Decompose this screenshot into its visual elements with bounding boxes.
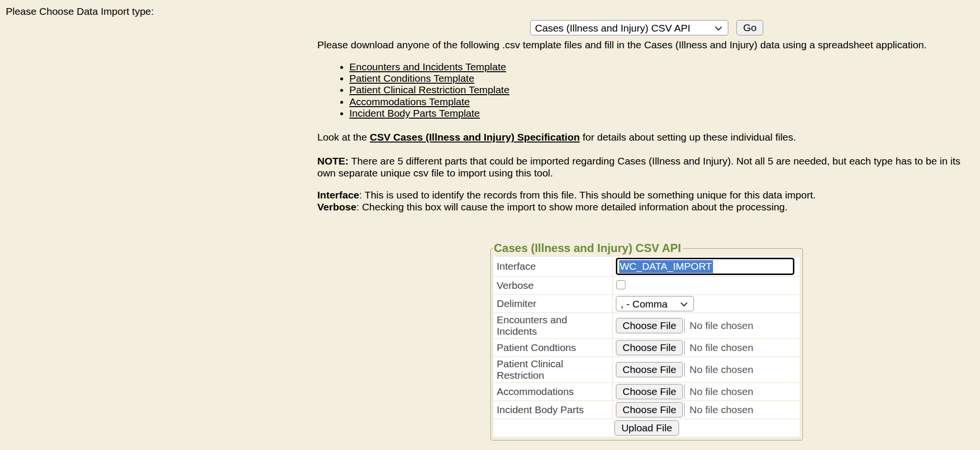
accommodations-choose-file-button[interactable]: Choose File bbox=[616, 384, 683, 399]
incident-body-parts-file-input: Choose File No file chosen bbox=[616, 402, 797, 417]
divider bbox=[684, 403, 685, 417]
clinical-restriction-file-cell: Choose File No file chosen bbox=[613, 357, 800, 382]
table-row-verbose: Verbose bbox=[494, 277, 800, 294]
note-line: NOTE: There are 5 different parts that c… bbox=[317, 155, 976, 179]
delimiter-label: Delimiter bbox=[494, 295, 612, 312]
table-row-encounters-file: Encounters and Incidents Choose File No … bbox=[494, 313, 800, 338]
encounters-file-input: Choose File No file chosen bbox=[616, 318, 797, 333]
delimiter-select-wrap: , - Comma bbox=[616, 296, 694, 311]
spec-text-after: for details about setting up these indiv… bbox=[580, 132, 796, 143]
verbose-hint-text: : Checking this box will cause the impor… bbox=[356, 201, 788, 212]
accommodations-template-link[interactable]: Accommodations Template bbox=[349, 96, 470, 107]
template-link-list: Encounters and Incidents Template Patien… bbox=[317, 61, 976, 119]
incident-body-parts-template-link[interactable]: Incident Body Parts Template bbox=[349, 108, 480, 119]
divider bbox=[684, 384, 685, 399]
table-row-incident-body-parts-file: Incident Body Parts Choose File No file … bbox=[494, 401, 800, 418]
patient-conditions-file-label: Patient Condtions bbox=[494, 339, 612, 356]
go-button[interactable]: Go bbox=[736, 20, 763, 35]
page-title: Please Choose Data Import type: bbox=[6, 6, 980, 17]
patient-conditions-file-input: Choose File No file chosen bbox=[616, 340, 797, 355]
field-hints: Interface: This is used to identify the … bbox=[317, 189, 976, 213]
spec-text-before: Look at the bbox=[317, 132, 370, 143]
interface-cell: WC_DATA_IMPORT bbox=[613, 257, 800, 276]
clinical-restriction-file-label: Patient Clinical Restriction bbox=[494, 357, 612, 382]
verbose-cell bbox=[613, 277, 800, 294]
list-item: Incident Body Parts Template bbox=[349, 108, 976, 119]
encounters-choose-file-button[interactable]: Choose File bbox=[616, 318, 683, 333]
table-row-patient-conditions-file: Patient Condtions Choose File No file ch… bbox=[494, 339, 800, 356]
table-row-accommodations-file: Accommodations Choose File No file chose… bbox=[494, 383, 800, 400]
accommodations-file-input: Choose File No file chosen bbox=[616, 384, 797, 399]
patient-conditions-template-link[interactable]: Patient Conditions Template bbox=[349, 73, 474, 84]
list-item: Patient Clinical Restriction Template bbox=[349, 84, 976, 96]
patient-clinical-restriction-template-link[interactable]: Patient Clinical Restriction Template bbox=[349, 84, 510, 95]
fieldset-legend: Cases (Illness and Injury) CSV API bbox=[493, 241, 683, 255]
main-content: Cases (Illness and Injury) CSV API Go Pl… bbox=[317, 20, 980, 440]
divider bbox=[684, 362, 685, 377]
interface-hint-text: : This is used to identify the records f… bbox=[359, 189, 816, 200]
verbose-label: Verbose bbox=[494, 277, 612, 294]
table-row-clinical-restriction-file: Patient Clinical Restriction Choose File… bbox=[494, 357, 800, 382]
list-item: Accommodations Template bbox=[349, 96, 976, 108]
list-item: Encounters and Incidents Template bbox=[349, 61, 976, 73]
accommodations-file-label: Accommodations bbox=[494, 383, 612, 400]
note-label: NOTE: bbox=[317, 155, 348, 166]
clinical-restriction-choose-file-button[interactable]: Choose File bbox=[616, 362, 683, 377]
incident-body-parts-file-cell: Choose File No file chosen bbox=[613, 401, 800, 418]
accommodations-file-status: No file chosen bbox=[690, 386, 753, 397]
upload-form: Cases (Illness and Injury) CSV API Inter… bbox=[317, 241, 976, 440]
csv-api-fieldset: Cases (Illness and Injury) CSV API Inter… bbox=[490, 241, 803, 440]
patient-conditions-file-cell: Choose File No file chosen bbox=[613, 339, 800, 356]
table-row-upload: Upload File bbox=[494, 419, 800, 437]
divider bbox=[684, 340, 685, 355]
csv-spec-link[interactable]: CSV Cases (Illness and Injury) Specifica… bbox=[370, 132, 580, 143]
spec-line: Look at the CSV Cases (Illness and Injur… bbox=[317, 132, 976, 143]
interface-hint-label: Interface bbox=[317, 189, 359, 200]
encounters-file-status: No file chosen bbox=[690, 320, 753, 331]
clinical-restriction-file-input: Choose File No file chosen bbox=[616, 362, 797, 377]
divider bbox=[684, 318, 685, 333]
incident-body-parts-file-label: Incident Body Parts bbox=[494, 401, 612, 418]
upload-cell: Upload File bbox=[494, 419, 800, 437]
encounters-file-cell: Choose File No file chosen bbox=[613, 313, 800, 338]
intro-text: Please download anyone of the following … bbox=[317, 39, 976, 51]
encounters-incidents-template-link[interactable]: Encounters and Incidents Template bbox=[349, 61, 506, 72]
interface-input[interactable]: WC_DATA_IMPORT bbox=[616, 258, 794, 275]
patient-conditions-file-status: No file chosen bbox=[690, 342, 753, 353]
table-row-interface: Interface WC_DATA_IMPORT bbox=[494, 257, 800, 276]
note-text: There are 5 different parts that could b… bbox=[317, 155, 960, 178]
list-item: Patient Conditions Template bbox=[349, 73, 976, 84]
incident-body-parts-file-status: No file chosen bbox=[690, 404, 753, 416]
delimiter-select[interactable]: , - Comma bbox=[616, 296, 694, 311]
interface-label: Interface bbox=[494, 257, 612, 276]
import-type-row: Cases (Illness and Injury) CSV API Go bbox=[317, 20, 976, 35]
interface-input-selected-text: WC_DATA_IMPORT bbox=[619, 260, 713, 273]
verbose-hint-label: Verbose bbox=[317, 201, 356, 212]
encounters-file-label: Encounters and Incidents bbox=[494, 313, 612, 338]
table-row-delimiter: Delimiter , - Comma bbox=[494, 295, 800, 312]
import-type-select[interactable]: Cases (Illness and Injury) CSV API bbox=[530, 20, 728, 35]
patient-conditions-choose-file-button[interactable]: Choose File bbox=[616, 340, 683, 355]
clinical-restriction-file-status: No file chosen bbox=[690, 364, 753, 375]
delimiter-cell: , - Comma bbox=[613, 295, 800, 312]
upload-form-table: Interface WC_DATA_IMPORT Verbose Delimit… bbox=[493, 256, 801, 438]
incident-body-parts-choose-file-button[interactable]: Choose File bbox=[616, 402, 683, 417]
import-type-select-wrap: Cases (Illness and Injury) CSV API bbox=[530, 20, 728, 35]
accommodations-file-cell: Choose File No file chosen bbox=[613, 383, 800, 400]
verbose-checkbox[interactable] bbox=[616, 280, 625, 289]
upload-file-button[interactable]: Upload File bbox=[614, 420, 679, 436]
